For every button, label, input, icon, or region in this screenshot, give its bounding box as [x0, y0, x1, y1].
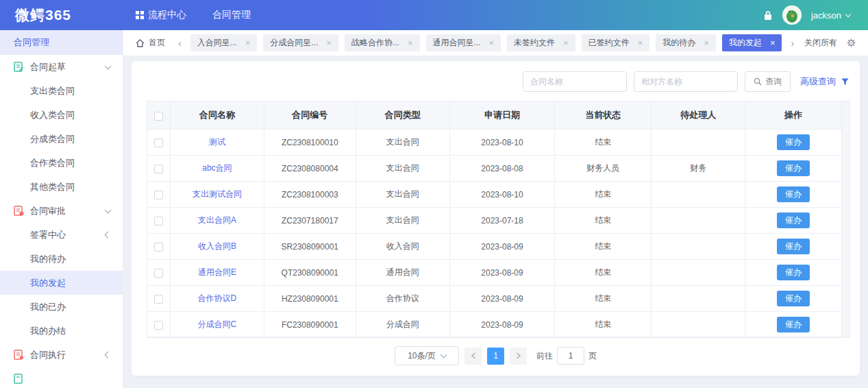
- contract-name-link[interactable]: 分成合同C: [198, 319, 237, 329]
- tab[interactable]: 已签约文件 ×: [582, 34, 650, 51]
- sidebar-item-other-contract[interactable]: 其他类合同: [0, 175, 123, 199]
- contract-name-link[interactable]: 支出测试合同: [193, 189, 242, 199]
- table-scrollbar-gutter[interactable]: [842, 101, 850, 338]
- sidebar-group-contract-draft[interactable]: 合同起草: [0, 55, 123, 79]
- urge-button[interactable]: 催办: [777, 239, 810, 254]
- sidebar-group-contract-approval[interactable]: 合同审批: [0, 199, 123, 223]
- header-current-status: 当前状态: [555, 101, 652, 130]
- tab-close-icon[interactable]: ×: [704, 38, 709, 48]
- tab-scroll-right-icon[interactable]: ›: [788, 38, 797, 49]
- nav-label: 合同管理: [212, 9, 251, 21]
- lock-icon[interactable]: [763, 10, 773, 21]
- select-all-checkbox[interactable]: [154, 112, 163, 121]
- contract-name-link[interactable]: 收入合同B: [198, 241, 236, 251]
- chevron-down-icon: [440, 352, 447, 359]
- chevron-down-icon: [105, 62, 112, 69]
- urge-button[interactable]: 催办: [777, 291, 810, 306]
- urge-button[interactable]: 催办: [777, 134, 810, 150]
- chevron-right-icon: [516, 352, 521, 359]
- row-checkbox[interactable]: [154, 138, 163, 147]
- close-all-tabs-button[interactable]: 关闭所有: [804, 37, 837, 49]
- tab[interactable]: 我的发起 ×: [722, 34, 782, 51]
- tab-bar: 首页 ‹ 入合同呈... × 分成合同呈... × 战略合作协... × 通用合…: [123, 30, 868, 56]
- header-apply-date: 申请日期: [449, 101, 555, 130]
- contract-name-link[interactable]: abc合同: [202, 163, 232, 173]
- contract-name-link[interactable]: 测试: [209, 137, 225, 147]
- goto-page-input[interactable]: [557, 347, 584, 365]
- sidebar-item-label: 我的待办: [30, 247, 66, 271]
- contract-name-input[interactable]: [523, 71, 627, 92]
- sidebar-item-my-todo[interactable]: 我的待办: [0, 247, 123, 271]
- sidebar-item-sign-center[interactable]: 签署中心: [0, 223, 123, 247]
- status-cell: 财务人员: [555, 156, 652, 182]
- tab-close-icon[interactable]: ×: [563, 38, 569, 48]
- nav-contract-management[interactable]: 合同管理: [212, 9, 251, 21]
- row-checkbox[interactable]: [154, 295, 163, 304]
- sidebar: 合同管理 合同起草 支出类合同 收入类合同 分成类合同 合作类合同 其他类合同 …: [0, 30, 123, 388]
- contract-type-cell: 支出合同: [356, 156, 449, 182]
- page-number-1[interactable]: 1: [487, 348, 504, 365]
- sidebar-item-my-completed[interactable]: 我的办结: [0, 319, 123, 343]
- sidebar-item-my-done[interactable]: 我的已办: [0, 295, 123, 319]
- sidebar-item-share-contract[interactable]: 分成类合同: [0, 127, 123, 151]
- tab[interactable]: 未签约文件 ×: [507, 34, 575, 51]
- contract-type-cell: 支出合同: [356, 182, 449, 208]
- apply-date-cell: 2023-08-10: [449, 182, 555, 208]
- user-menu[interactable]: jackson: [811, 10, 850, 21]
- sidebar-group-contract-execution[interactable]: 合同执行: [0, 343, 123, 367]
- next-page-button[interactable]: [510, 348, 527, 365]
- handler-cell: [652, 130, 745, 156]
- contract-name-link[interactable]: 支出合同A: [198, 215, 236, 225]
- tab-close-icon[interactable]: ×: [770, 38, 776, 48]
- table-row: abc合同 ZC2308080004 支出合同 2023-08-08 财务人员 …: [147, 156, 842, 182]
- nav-process-center[interactable]: 流程中心: [136, 9, 186, 21]
- row-checkbox[interactable]: [154, 269, 163, 278]
- tab-close-icon[interactable]: ×: [638, 38, 643, 48]
- tab-close-icon[interactable]: ×: [408, 38, 413, 48]
- sidebar-item-cooperation-contract[interactable]: 合作类合同: [0, 151, 123, 175]
- sidebar-group-partial[interactable]: [0, 367, 123, 388]
- row-checkbox[interactable]: [154, 191, 163, 199]
- tab-home[interactable]: 首页: [136, 37, 165, 49]
- header-right: jackson: [763, 5, 868, 25]
- page-size-select[interactable]: 10条/页: [395, 346, 459, 365]
- urge-button[interactable]: 催办: [777, 213, 810, 228]
- urge-button[interactable]: 催办: [777, 317, 810, 332]
- tab-close-icon[interactable]: ×: [489, 38, 495, 48]
- party-name-input[interactable]: [634, 71, 738, 92]
- header-actions: 操作: [745, 101, 842, 130]
- sidebar-item-expense-contract[interactable]: 支出类合同: [0, 79, 123, 103]
- chevron-down-icon: [105, 206, 112, 213]
- row-checkbox[interactable]: [154, 165, 163, 173]
- sidebar-item-income-contract[interactable]: 收入类合同: [0, 103, 123, 127]
- row-checkbox[interactable]: [154, 217, 163, 226]
- contract-draft-icon: [14, 62, 24, 72]
- tab-label: 未签约文件: [514, 37, 555, 49]
- row-checkbox[interactable]: [154, 321, 163, 330]
- user-avatar[interactable]: [782, 5, 802, 25]
- tab[interactable]: 战略合作协... ×: [345, 34, 420, 51]
- urge-button[interactable]: 催办: [777, 265, 810, 280]
- tab[interactable]: 入合同呈... ×: [190, 34, 258, 51]
- sidebar-item-my-initiated[interactable]: 我的发起: [0, 271, 123, 295]
- apply-date-cell: 2023-08-09: [449, 234, 555, 260]
- header-pending-handler: 待处理人: [652, 101, 745, 130]
- contract-code-cell: QT2308090001: [264, 260, 356, 286]
- tab-close-icon[interactable]: ×: [326, 38, 332, 48]
- row-checkbox[interactable]: [154, 243, 163, 252]
- gear-icon[interactable]: [847, 38, 856, 47]
- advanced-query-link[interactable]: 高级查询: [800, 75, 849, 88]
- tab[interactable]: 我的待办 ×: [656, 34, 716, 51]
- tab[interactable]: 分成合同呈... ×: [263, 34, 338, 51]
- contract-name-link[interactable]: 通用合同E: [198, 267, 236, 277]
- query-button[interactable]: 查询: [745, 71, 791, 92]
- prev-page-button[interactable]: [464, 348, 482, 365]
- urge-button[interactable]: 催办: [777, 186, 810, 202]
- tab[interactable]: 通用合同呈... ×: [426, 34, 501, 51]
- contract-name-link[interactable]: 合作协议D: [198, 293, 237, 303]
- header-contract-name: 合同名称: [170, 101, 264, 130]
- tab-scroll-left-icon[interactable]: ‹: [175, 38, 184, 49]
- urge-button[interactable]: 催办: [777, 160, 810, 176]
- tab-close-icon[interactable]: ×: [245, 38, 251, 48]
- handler-cell: [652, 234, 745, 260]
